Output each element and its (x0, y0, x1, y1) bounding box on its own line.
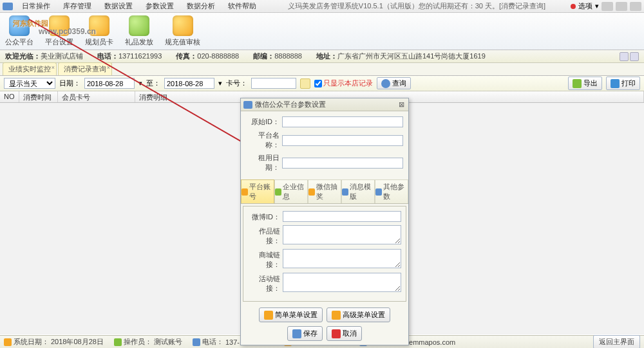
tab-msg-template[interactable]: 消息模版 (341, 179, 375, 203)
origid-label: 原始ID： (246, 117, 279, 127)
th-no: NO (0, 91, 19, 102)
menu-bar: 日常操作 库存管理 数据设置 参数设置 数据分析 软件帮助 义玛美发店务管理系统… (0, 0, 644, 13)
th-card: 会员卡号 (58, 91, 135, 102)
weiboid-input[interactable] (283, 211, 401, 222)
sysdate-label: 系统日期： (14, 337, 49, 347)
date-to-input[interactable] (164, 78, 214, 89)
date-to-label: 至： (146, 78, 160, 88)
shoplink-input[interactable] (283, 249, 401, 268)
window-title: 义玛美发店务管理系统V10.5.1（试用版）您的试用期还有：30 天。[消费记录… (263, 1, 571, 11)
shop-info-bar: 欢迎光临：美业测试店铺 电话：13711621993 传真：020-888888… (0, 50, 644, 63)
user-icon (114, 338, 122, 346)
status-dot-icon (571, 4, 576, 9)
tab-wechat-lottery[interactable]: 微信抽奖 (308, 179, 341, 203)
adv-menu-button[interactable]: 高级菜单设置 (327, 307, 390, 322)
usedate-label: 租用日期： (246, 153, 279, 172)
scroll-left-icon[interactable] (620, 52, 629, 61)
phone-icon (193, 338, 200, 346)
toolbar-gift[interactable]: 礼品发放 (125, 15, 153, 47)
wechat-settings-dialog: 微信公众平台参数设置 ⊠ 原始ID： 平台名称： 租用日期： 平台账号 企业信息… (240, 98, 409, 345)
operator-label: 操作员： (124, 337, 152, 347)
menu-dataset[interactable]: 数据设置 (98, 0, 139, 12)
print-icon (611, 79, 620, 88)
filter-bar: 显示当天 日期： ▾ 至： ▾ 卡号： 只显示本店记录 查询 导出 打印 (0, 76, 644, 91)
shoplink-label: 商城链接： (248, 249, 280, 270)
display-mode-select[interactable]: 显示当天 (4, 78, 55, 89)
export-icon (573, 79, 582, 88)
maximize-button[interactable] (616, 2, 627, 11)
main-toolbar: 公众平台 平台设置 规划员卡 礼品发放 规充值审核 (0, 13, 644, 50)
menu-params[interactable]: 参数设置 (139, 0, 180, 12)
toolbar-membercard[interactable]: 规划员卡 (85, 15, 113, 47)
search-button[interactable]: 查询 (377, 77, 411, 89)
simple-menu-button[interactable]: 简单菜单设置 (259, 307, 323, 322)
tab-other-params[interactable]: 其他参数 (375, 179, 408, 203)
actlink-label: 活动链接： (248, 273, 280, 293)
calendar-icon (4, 338, 12, 346)
card-label: 卡号： (226, 78, 247, 88)
date-from-input[interactable] (84, 78, 135, 89)
save-button[interactable]: 保存 (287, 326, 323, 341)
usedate-input[interactable] (282, 158, 403, 169)
save-icon (292, 329, 301, 338)
th-time: 消费时间 (19, 91, 58, 102)
actlink-input[interactable] (283, 273, 401, 292)
sysdate-value: 2018年08月28日 (51, 337, 104, 347)
menu-analysis[interactable]: 数据分析 (180, 0, 222, 12)
menu-icon (264, 311, 273, 320)
date-label: 日期： (59, 78, 80, 88)
only-shop-checkbox[interactable]: 只显示本店记录 (314, 78, 373, 88)
menu-icon (332, 311, 341, 320)
dialog-close-icon[interactable]: ⊠ (397, 100, 406, 109)
worklink-label: 作品链接： (248, 225, 280, 246)
scroll-right-icon[interactable] (630, 52, 639, 61)
close-button[interactable] (630, 2, 641, 11)
operator-value: 测试账号 (154, 337, 182, 347)
menu-stock[interactable]: 库存管理 (57, 0, 98, 12)
tel-label: 电话： (202, 337, 223, 347)
tab-consume-query[interactable]: 消费记录查询× (58, 62, 112, 75)
platname-input[interactable] (282, 135, 403, 146)
tab-platform-account[interactable]: 平台账号 (241, 179, 274, 203)
toolbar-platformset[interactable]: 平台设置 (45, 15, 73, 47)
close-icon[interactable]: × (52, 64, 55, 71)
tab-enterprise-info[interactable]: 企业信息 (274, 179, 308, 203)
weiboid-label: 微博ID： (248, 211, 280, 222)
worklink-input[interactable] (283, 225, 401, 244)
tab-realtime[interactable]: 业绩实时监控× (3, 62, 57, 75)
toolbar-recharge[interactable]: 规充值审核 (165, 15, 200, 47)
card-input[interactable] (251, 78, 296, 89)
dialog-title: 微信公众平台参数设置 (255, 100, 397, 109)
origid-input[interactable] (282, 116, 403, 127)
search-icon (381, 79, 390, 88)
print-button[interactable]: 打印 (606, 77, 640, 90)
dialog-icon (243, 101, 252, 109)
cancel-button[interactable]: 取消 (327, 326, 362, 341)
content-tabs: 业绩实时监控× 消费记录查询× (0, 63, 644, 76)
options-link[interactable]: 选项 (578, 1, 592, 11)
cancel-icon (332, 329, 341, 338)
menu-daily[interactable]: 日常操作 (15, 0, 57, 12)
minimize-button[interactable] (601, 2, 613, 11)
app-icon (3, 3, 13, 10)
dialog-tabs: 平台账号 企业信息 微信抽奖 消息模版 其他参数 (241, 179, 408, 204)
close-icon[interactable]: × (107, 64, 110, 71)
platname-label: 平台名称： (246, 131, 279, 150)
export-button[interactable]: 导出 (568, 77, 602, 90)
back-main-button[interactable]: 返回主界面 (593, 335, 640, 348)
menu-help[interactable]: 软件帮助 (222, 0, 263, 12)
card-lookup-icon[interactable] (300, 78, 310, 89)
toolbar-publicplatform[interactable]: 公众平台 (5, 15, 33, 47)
